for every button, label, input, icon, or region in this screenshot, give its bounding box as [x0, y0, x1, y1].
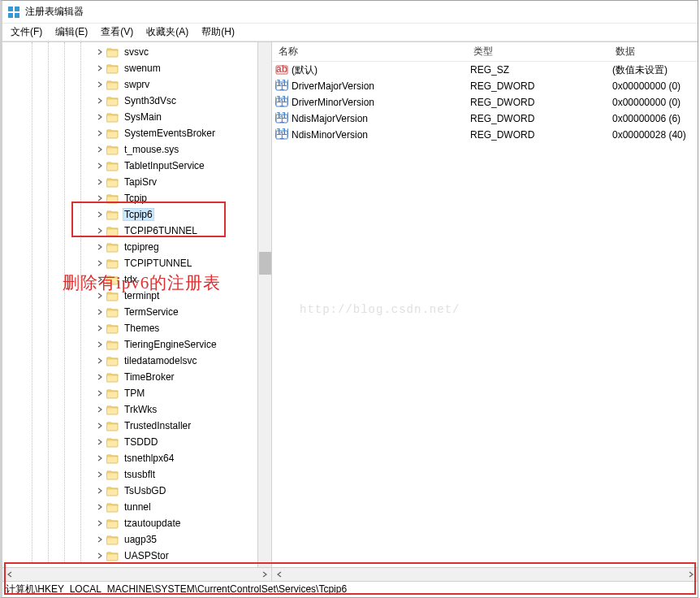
column-data[interactable]: 数据: [609, 42, 698, 61]
svg-rect-3: [15, 13, 19, 18]
tree-item-tcpip[interactable]: Tcpip: [2, 190, 271, 206]
tree-item-termservice[interactable]: TermService: [2, 304, 271, 320]
tree-item-synth3dvsc[interactable]: Synth3dVsc: [2, 93, 271, 109]
chevron-right-icon[interactable]: [95, 340, 105, 349]
menu-favorites[interactable]: 收藏夹(A): [141, 24, 193, 41]
tree-item-tpm[interactable]: TPM: [2, 385, 271, 401]
tree-item-trkwks[interactable]: TrkWks: [2, 401, 271, 418]
tree-item-tieringengineservice[interactable]: TieringEngineService: [2, 336, 271, 353]
tree-item-themes[interactable]: Themes: [2, 320, 271, 336]
tree-scroll[interactable]: svsvcswenumswprvSynth3dVscSysMainSystemE…: [2, 42, 271, 567]
tree-item-tiledatamodelsvc[interactable]: tiledatamodelsvc: [2, 353, 271, 369]
tree-item-label: tiledatamodelsvc: [123, 354, 198, 367]
tree-item-tapisrv[interactable]: TapiSrv: [2, 174, 271, 190]
tree-item-label: TCPIP6TUNNEL: [123, 224, 199, 237]
tree-item-t-mouse-sys[interactable]: t_mouse.sys: [2, 141, 271, 158]
chevron-right-icon[interactable]: [95, 307, 105, 317]
chevron-right-icon[interactable]: [95, 388, 105, 398]
chevron-right-icon[interactable]: [95, 535, 105, 544]
scrollbar-thumb[interactable]: [259, 252, 271, 275]
chevron-right-icon[interactable]: [95, 80, 105, 89]
list-row[interactable]: 0111100 1 0DriverMinorVersionREG_DWORD0x…: [272, 94, 698, 110]
tree-item-timebroker[interactable]: TimeBroker: [2, 369, 271, 385]
list-row[interactable]: ab(默认)REG_SZ(数值未设置): [272, 62, 698, 78]
tree-item-swenum[interactable]: swenum: [2, 60, 271, 76]
chevron-right-icon[interactable]: [95, 128, 105, 138]
tree-item-uaspstor[interactable]: UASPStor: [2, 548, 271, 564]
chevron-right-icon[interactable]: [95, 421, 105, 431]
chevron-right-icon[interactable]: [95, 518, 105, 528]
tree-item-tsusbgd[interactable]: TsUsbGD: [2, 483, 271, 499]
tree-item-terminpt[interactable]: terminpt: [2, 288, 271, 304]
chevron-right-icon[interactable]: [95, 291, 105, 301]
scroll-left-icon[interactable]: [2, 568, 16, 582]
folder-icon: [106, 144, 119, 155]
list-body[interactable]: ab(默认)REG_SZ(数值未设置)0111100 1 0DriverMajo…: [272, 62, 698, 567]
tree-item-tcpiptunnel[interactable]: TCPIPTUNNEL: [2, 255, 271, 271]
chevron-right-icon[interactable]: [95, 453, 105, 463]
chevron-right-icon[interactable]: [95, 437, 105, 447]
tree-item-sysmain[interactable]: SysMain: [2, 109, 271, 125]
chevron-right-icon[interactable]: [95, 275, 105, 284]
tree-item-label: TermService: [123, 306, 180, 318]
tree-item-systemeventsbroker[interactable]: SystemEventsBroker: [2, 125, 271, 141]
tree-item-label: Tcpip: [123, 192, 149, 205]
list-horizontal-scrollbar[interactable]: [272, 568, 698, 581]
svg-text:0 1 0: 0 1 0: [275, 130, 288, 141]
chevron-right-icon[interactable]: [95, 470, 105, 479]
chevron-right-icon[interactable]: [95, 323, 105, 333]
menu-help[interactable]: 帮助(H): [197, 24, 240, 41]
chevron-right-icon[interactable]: [95, 226, 105, 236]
chevron-right-icon[interactable]: [95, 161, 105, 171]
tree-horizontal-scrollbar[interactable]: [2, 568, 272, 581]
column-name[interactable]: 名称: [272, 42, 467, 61]
chevron-right-icon[interactable]: [95, 372, 105, 382]
chevron-right-icon[interactable]: [95, 47, 105, 57]
tree-item-tsusbflt[interactable]: tsusbflt: [2, 466, 271, 483]
tree-item-tcpipreg[interactable]: tcpipreg: [2, 239, 271, 255]
list-row[interactable]: 0111100 1 0NdisMinorVersionREG_DWORD0x00…: [272, 127, 698, 143]
chevron-right-icon[interactable]: [95, 242, 105, 252]
value-name: DriverMajorVersion: [292, 80, 374, 92]
column-type[interactable]: 类型: [467, 42, 609, 61]
scroll-left-icon[interactable]: [272, 568, 286, 582]
tree-vertical-scrollbar[interactable]: [257, 42, 271, 567]
tree-item-tunnel[interactable]: tunnel: [2, 499, 271, 515]
list-row[interactable]: 0111100 1 0NdisMajorVersionREG_DWORD0x00…: [272, 110, 698, 127]
folder-icon: [106, 453, 119, 464]
chevron-right-icon[interactable]: [95, 258, 105, 268]
chevron-right-icon[interactable]: [95, 63, 105, 73]
chevron-right-icon[interactable]: [95, 356, 105, 366]
list-row[interactable]: 0111100 1 0DriverMajorVersionREG_DWORD0x…: [272, 78, 698, 94]
chevron-right-icon[interactable]: [95, 405, 105, 414]
chevron-right-icon[interactable]: [95, 96, 105, 106]
menu-view[interactable]: 查看(V): [96, 24, 138, 41]
menu-file[interactable]: 文件(F): [6, 24, 47, 41]
menu-edit[interactable]: 编辑(E): [50, 24, 93, 41]
tree-item-uagp35[interactable]: uagp35: [2, 531, 271, 548]
list-header: 名称 类型 数据: [272, 42, 698, 62]
chevron-right-icon[interactable]: [95, 551, 105, 561]
tree-item-tabletinputservice[interactable]: TabletInputService: [2, 158, 271, 174]
tree-item-tsddd[interactable]: TSDDD: [2, 434, 271, 450]
chevron-right-icon[interactable]: [95, 193, 105, 203]
folder-icon: [106, 420, 119, 431]
chevron-right-icon[interactable]: [95, 210, 105, 219]
tree-item-trustedinstaller[interactable]: TrustedInstaller: [2, 418, 271, 434]
app-icon: [7, 6, 20, 19]
chevron-right-icon[interactable]: [95, 177, 105, 187]
tree-item-tdx[interactable]: tdx: [2, 271, 271, 288]
tree-item-tcpip6tunnel[interactable]: TCPIP6TUNNEL: [2, 223, 271, 239]
tree-item-tcpip6[interactable]: Tcpip6: [2, 206, 271, 223]
chevron-right-icon[interactable]: [95, 112, 105, 122]
tree-item-svsvc[interactable]: svsvc: [2, 44, 271, 60]
tree-item-label: SysMain: [123, 110, 163, 124]
chevron-right-icon[interactable]: [95, 502, 105, 512]
tree-item-tzautoupdate[interactable]: tzautoupdate: [2, 515, 271, 531]
chevron-right-icon[interactable]: [95, 145, 105, 154]
chevron-right-icon[interactable]: [95, 486, 105, 496]
tree-item-swprv[interactable]: swprv: [2, 76, 271, 93]
scroll-right-icon[interactable]: [684, 568, 698, 582]
tree-item-tsnethlpx64[interactable]: tsnethlpx64: [2, 450, 271, 466]
scroll-right-icon[interactable]: [257, 568, 271, 582]
